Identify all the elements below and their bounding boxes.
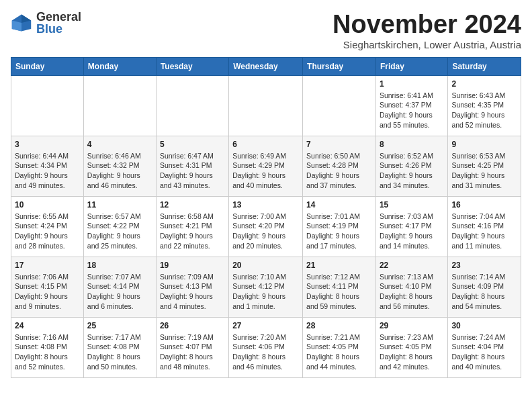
- day-detail: Sunrise: 6:50 AM Sunset: 4:28 PM Dayligh…: [306, 151, 372, 191]
- calendar-cell: 19Sunrise: 7:09 AM Sunset: 4:13 PM Dayli…: [156, 257, 228, 317]
- day-header-tuesday: Tuesday: [156, 57, 228, 75]
- calendar-week-1: 1Sunrise: 6:41 AM Sunset: 4:37 PM Daylig…: [11, 75, 521, 136]
- day-detail: Sunrise: 7:21 AM Sunset: 4:05 PM Dayligh…: [306, 332, 372, 372]
- day-number: 12: [160, 200, 225, 210]
- day-detail: Sunrise: 6:53 AM Sunset: 4:25 PM Dayligh…: [451, 151, 517, 191]
- day-header-monday: Monday: [83, 57, 156, 75]
- logo: General Blue: [11, 11, 81, 35]
- day-number: 9: [451, 140, 517, 149]
- day-detail: Sunrise: 7:19 AM Sunset: 4:07 PM Dayligh…: [160, 332, 225, 372]
- day-number: 17: [15, 261, 80, 270]
- day-number: 18: [87, 261, 152, 270]
- calendar-cell: 5Sunrise: 6:47 AM Sunset: 4:31 PM Daylig…: [156, 136, 228, 196]
- location-subtitle: Sieghartskirchen, Lower Austria, Austria: [332, 39, 521, 50]
- calendar-cell: [303, 75, 376, 136]
- calendar-week-5: 24Sunrise: 7:16 AM Sunset: 4:08 PM Dayli…: [11, 317, 521, 377]
- calendar-cell: 6Sunrise: 6:49 AM Sunset: 4:29 PM Daylig…: [229, 136, 303, 196]
- title-area: November 2024 Sieghartskirchen, Lower Au…: [332, 11, 521, 50]
- calendar-cell: 28Sunrise: 7:21 AM Sunset: 4:05 PM Dayli…: [303, 317, 376, 377]
- day-number: 11: [87, 200, 152, 210]
- calendar-cell: 10Sunrise: 6:55 AM Sunset: 4:24 PM Dayli…: [11, 196, 84, 257]
- day-detail: Sunrise: 6:41 AM Sunset: 4:37 PM Dayligh…: [380, 91, 444, 130]
- day-number: 1: [380, 79, 444, 89]
- day-detail: Sunrise: 6:43 AM Sunset: 4:35 PM Dayligh…: [451, 91, 517, 130]
- calendar-week-4: 17Sunrise: 7:06 AM Sunset: 4:15 PM Dayli…: [11, 257, 521, 317]
- day-detail: Sunrise: 6:47 AM Sunset: 4:31 PM Dayligh…: [160, 151, 225, 191]
- day-detail: Sunrise: 7:04 AM Sunset: 4:16 PM Dayligh…: [451, 212, 517, 251]
- day-detail: Sunrise: 7:14 AM Sunset: 4:09 PM Dayligh…: [451, 272, 517, 312]
- logo-icon: [11, 12, 32, 34]
- day-number: 22: [380, 261, 444, 270]
- day-number: 25: [87, 321, 152, 330]
- header: General Blue November 2024 Sieghartskirc…: [11, 11, 521, 50]
- calendar-cell: 30Sunrise: 7:24 AM Sunset: 4:04 PM Dayli…: [448, 317, 521, 377]
- day-number: 6: [232, 140, 299, 149]
- calendar-cell: 27Sunrise: 7:20 AM Sunset: 4:06 PM Dayli…: [229, 317, 303, 377]
- day-number: 7: [306, 140, 372, 149]
- day-number: 4: [87, 140, 152, 149]
- day-detail: Sunrise: 7:24 AM Sunset: 4:04 PM Dayligh…: [451, 332, 517, 372]
- calendar-cell: 16Sunrise: 7:04 AM Sunset: 4:16 PM Dayli…: [448, 196, 521, 257]
- day-number: 19: [160, 261, 225, 270]
- day-number: 28: [306, 321, 372, 330]
- calendar-cell: 26Sunrise: 7:19 AM Sunset: 4:07 PM Dayli…: [156, 317, 228, 377]
- calendar-table: SundayMondayTuesdayWednesdayThursdayFrid…: [11, 57, 521, 378]
- calendar-cell: 22Sunrise: 7:13 AM Sunset: 4:10 PM Dayli…: [375, 257, 447, 317]
- calendar-cell: 4Sunrise: 6:46 AM Sunset: 4:32 PM Daylig…: [83, 136, 156, 196]
- calendar-cell: 20Sunrise: 7:10 AM Sunset: 4:12 PM Dayli…: [229, 257, 303, 317]
- day-number: 29: [380, 321, 444, 330]
- calendar-cell: 18Sunrise: 7:07 AM Sunset: 4:14 PM Dayli…: [83, 257, 156, 317]
- calendar-cell: 21Sunrise: 7:12 AM Sunset: 4:11 PM Dayli…: [303, 257, 376, 317]
- day-detail: Sunrise: 7:06 AM Sunset: 4:15 PM Dayligh…: [15, 272, 80, 312]
- day-number: 20: [232, 261, 299, 270]
- month-title: November 2024: [332, 11, 521, 39]
- day-number: 3: [15, 140, 80, 149]
- day-detail: Sunrise: 6:46 AM Sunset: 4:32 PM Dayligh…: [87, 151, 152, 191]
- day-number: 24: [15, 321, 80, 330]
- day-detail: Sunrise: 7:00 AM Sunset: 4:20 PM Dayligh…: [232, 212, 299, 251]
- day-number: 5: [160, 140, 225, 149]
- day-number: 8: [380, 140, 444, 149]
- day-detail: Sunrise: 6:52 AM Sunset: 4:26 PM Dayligh…: [380, 151, 444, 191]
- day-detail: Sunrise: 7:09 AM Sunset: 4:13 PM Dayligh…: [160, 272, 225, 312]
- day-detail: Sunrise: 7:23 AM Sunset: 4:05 PM Dayligh…: [380, 332, 444, 372]
- header-row: SundayMondayTuesdayWednesdayThursdayFrid…: [11, 57, 521, 75]
- calendar-week-2: 3Sunrise: 6:44 AM Sunset: 4:34 PM Daylig…: [11, 136, 521, 196]
- calendar-cell: 24Sunrise: 7:16 AM Sunset: 4:08 PM Dayli…: [11, 317, 84, 377]
- calendar-header: SundayMondayTuesdayWednesdayThursdayFrid…: [11, 57, 521, 75]
- day-number: 21: [306, 261, 372, 270]
- calendar-cell: [11, 75, 84, 136]
- calendar-cell: 2Sunrise: 6:43 AM Sunset: 4:35 PM Daylig…: [448, 75, 521, 136]
- calendar-cell: 7Sunrise: 6:50 AM Sunset: 4:28 PM Daylig…: [303, 136, 376, 196]
- day-header-saturday: Saturday: [448, 57, 521, 75]
- day-number: 16: [451, 200, 517, 210]
- day-detail: Sunrise: 7:20 AM Sunset: 4:06 PM Dayligh…: [232, 332, 299, 372]
- calendar-cell: 12Sunrise: 6:58 AM Sunset: 4:21 PM Dayli…: [156, 196, 228, 257]
- day-detail: Sunrise: 7:17 AM Sunset: 4:08 PM Dayligh…: [87, 332, 152, 372]
- day-detail: Sunrise: 7:01 AM Sunset: 4:19 PM Dayligh…: [306, 212, 372, 251]
- day-detail: Sunrise: 6:58 AM Sunset: 4:21 PM Dayligh…: [160, 212, 225, 251]
- logo-blue: Blue: [36, 23, 81, 35]
- day-detail: Sunrise: 7:03 AM Sunset: 4:17 PM Dayligh…: [380, 212, 444, 251]
- day-detail: Sunrise: 7:16 AM Sunset: 4:08 PM Dayligh…: [15, 332, 80, 372]
- calendar-cell: 25Sunrise: 7:17 AM Sunset: 4:08 PM Dayli…: [83, 317, 156, 377]
- day-number: 30: [451, 321, 517, 330]
- calendar-cell: 29Sunrise: 7:23 AM Sunset: 4:05 PM Dayli…: [375, 317, 447, 377]
- calendar-cell: 23Sunrise: 7:14 AM Sunset: 4:09 PM Dayli…: [448, 257, 521, 317]
- day-header-thursday: Thursday: [303, 57, 376, 75]
- day-detail: Sunrise: 7:13 AM Sunset: 4:10 PM Dayligh…: [380, 272, 444, 312]
- logo-text: General Blue: [36, 11, 81, 35]
- day-detail: Sunrise: 7:12 AM Sunset: 4:11 PM Dayligh…: [306, 272, 372, 312]
- calendar-cell: 14Sunrise: 7:01 AM Sunset: 4:19 PM Dayli…: [303, 196, 376, 257]
- day-number: 14: [306, 200, 372, 210]
- day-number: 2: [451, 79, 517, 89]
- day-detail: Sunrise: 7:10 AM Sunset: 4:12 PM Dayligh…: [232, 272, 299, 312]
- calendar-body: 1Sunrise: 6:41 AM Sunset: 4:37 PM Daylig…: [11, 75, 521, 377]
- day-detail: Sunrise: 7:07 AM Sunset: 4:14 PM Dayligh…: [87, 272, 152, 312]
- day-header-wednesday: Wednesday: [229, 57, 303, 75]
- day-number: 26: [160, 321, 225, 330]
- day-header-friday: Friday: [375, 57, 447, 75]
- day-number: 10: [15, 200, 80, 210]
- calendar-cell: [83, 75, 156, 136]
- day-detail: Sunrise: 6:57 AM Sunset: 4:22 PM Dayligh…: [87, 212, 152, 251]
